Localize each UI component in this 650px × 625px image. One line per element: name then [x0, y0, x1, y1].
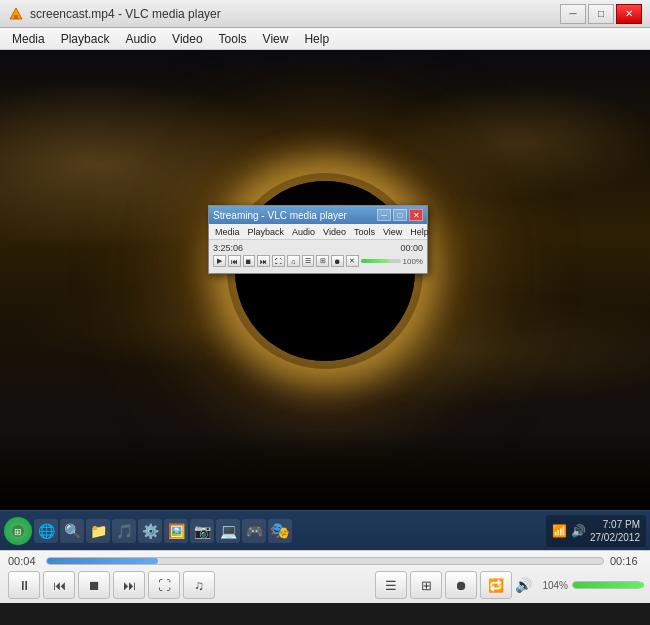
progress-fill: [47, 558, 158, 564]
title-bar-controls: ─ □ ✕: [560, 4, 642, 24]
loop-button[interactable]: 🔁: [480, 571, 512, 599]
taskbar-icon-8[interactable]: 💻: [216, 519, 240, 543]
mini-minimize-btn[interactable]: ─: [377, 209, 391, 221]
mini-window-title: Streaming - VLC media player: [213, 210, 347, 221]
playlist-button[interactable]: ☰: [375, 571, 407, 599]
volume-area: 🔊 104%: [515, 577, 642, 593]
mini-menu-playback[interactable]: Playback: [244, 227, 289, 237]
close-button[interactable]: ✕: [616, 4, 642, 24]
stop-button[interactable]: ⏹: [78, 571, 110, 599]
taskbar-icon-3[interactable]: 📁: [86, 519, 110, 543]
mini-next-btn[interactable]: ⏭: [257, 255, 270, 267]
window-title: screencast.mp4 - VLC media player: [30, 7, 221, 21]
taskbar-icon-2[interactable]: 🔍: [60, 519, 84, 543]
network-tray-icon[interactable]: 📶: [552, 524, 567, 538]
mini-player-content: 3:25:06 00:00 ▶ ⏮ ⏹ ⏭ ⛶ ♫ ☰ ⊞ ⏺ ✕ 100%: [209, 240, 427, 273]
taskbar: ⊞ 🌐 🔍 📁 🎵 ⚙️ 🖼️ 📷 💻 🎮 🎭 📶 🔊 7:07 PM 27/0…: [0, 510, 650, 550]
mini-title-controls: ─ □ ✕: [377, 209, 423, 221]
mini-time-total: 00:00: [400, 243, 423, 253]
time-total: 00:16: [610, 555, 642, 567]
mini-stop-btn[interactable]: ⏹: [243, 255, 256, 267]
mini-play-btn[interactable]: ▶: [213, 255, 226, 267]
start-button[interactable]: ⊞: [4, 517, 32, 545]
taskbar-icon-4[interactable]: 🎵: [112, 519, 136, 543]
ground-silhouette: [0, 430, 650, 510]
mini-btn6[interactable]: ♫: [287, 255, 300, 267]
mini-menu-video[interactable]: Video: [319, 227, 350, 237]
mini-menu-view[interactable]: View: [379, 227, 406, 237]
time-current: 00:04: [8, 555, 40, 567]
taskbar-icon-6[interactable]: 🖼️: [164, 519, 188, 543]
title-bar: screencast.mp4 - VLC media player ─ □ ✕: [0, 0, 650, 28]
mini-volume-pct: 100%: [403, 257, 423, 266]
taskbar-icon-7[interactable]: 📷: [190, 519, 214, 543]
mini-btn5[interactable]: ⛶: [272, 255, 285, 267]
svg-text:⊞: ⊞: [14, 527, 22, 537]
maximize-button[interactable]: □: [588, 4, 614, 24]
menu-view[interactable]: View: [255, 30, 297, 48]
video-area[interactable]: Streaming - VLC media player ─ □ ✕ Media…: [0, 50, 650, 510]
system-tray: 📶 🔊 7:07 PM 27/02/2012: [546, 515, 646, 547]
menu-bar: Media Playback Audio Video Tools View He…: [0, 28, 650, 50]
volume-pct: 104%: [536, 580, 568, 591]
mini-menu-help[interactable]: Help: [406, 227, 433, 237]
mini-volume-track[interactable]: [361, 259, 401, 263]
title-bar-left: screencast.mp4 - VLC media player: [8, 6, 221, 22]
volume-fill: [573, 582, 644, 588]
prev-button[interactable]: ⏮: [43, 571, 75, 599]
taskbar-icon-vlc[interactable]: 🎭: [268, 519, 292, 543]
controls-row: ⏸ ⏮ ⏹ ⏭ ⛶ ♫ ☰ ⊞ ⏺ 🔁 🔊 104%: [0, 569, 650, 603]
volume-track[interactable]: [572, 581, 642, 589]
volume-tray-icon[interactable]: 🔊: [571, 524, 586, 538]
mini-menu-bar: Media Playback Audio Video Tools View He…: [209, 224, 427, 240]
mini-close-btn[interactable]: ✕: [409, 209, 423, 221]
mini-btn10[interactable]: ✕: [346, 255, 359, 267]
fullscreen-button[interactable]: ⛶: [148, 571, 180, 599]
mini-volume: 100%: [361, 257, 423, 266]
progress-area: 00:04 00:16: [0, 551, 650, 569]
eq-button[interactable]: ♫: [183, 571, 215, 599]
taskbar-icon-5[interactable]: ⚙️: [138, 519, 162, 543]
mini-menu-tools[interactable]: Tools: [350, 227, 379, 237]
menu-help[interactable]: Help: [296, 30, 337, 48]
mini-controls: ▶ ⏮ ⏹ ⏭ ⛶ ♫ ☰ ⊞ ⏺ ✕ 100%: [213, 255, 423, 267]
tray-time: 7:07 PM: [590, 518, 640, 531]
taskbar-icon-1[interactable]: 🌐: [34, 519, 58, 543]
progress-bar[interactable]: [46, 557, 604, 565]
menu-tools[interactable]: Tools: [211, 30, 255, 48]
tray-clock: 7:07 PM 27/02/2012: [590, 518, 640, 544]
vlc-controls: 00:04 00:16 ⏸ ⏮ ⏹ ⏭ ⛶ ♫ ☰ ⊞ ⏺ 🔁 🔊 104%: [0, 550, 650, 603]
vlc-icon: [8, 6, 24, 22]
mini-time-current: 3:25:06: [213, 243, 243, 253]
mini-volume-fill: [361, 259, 389, 263]
tray-date: 27/02/2012: [590, 531, 640, 544]
svg-rect-1: [14, 15, 18, 19]
play-pause-button[interactable]: ⏸: [8, 571, 40, 599]
mini-maximize-btn[interactable]: □: [393, 209, 407, 221]
mini-prev-btn[interactable]: ⏮: [228, 255, 241, 267]
volume-icon[interactable]: 🔊: [515, 577, 532, 593]
menu-video[interactable]: Video: [164, 30, 210, 48]
menu-audio[interactable]: Audio: [117, 30, 164, 48]
mini-title-bar: Streaming - VLC media player ─ □ ✕: [209, 206, 427, 224]
mini-menu-media[interactable]: Media: [211, 227, 244, 237]
mini-vlc-window[interactable]: Streaming - VLC media player ─ □ ✕ Media…: [208, 205, 428, 274]
mini-menu-audio[interactable]: Audio: [288, 227, 319, 237]
taskbar-icon-steam[interactable]: 🎮: [242, 519, 266, 543]
menu-media[interactable]: Media: [4, 30, 53, 48]
mini-btn9[interactable]: ⏺: [331, 255, 344, 267]
mini-btn8[interactable]: ⊞: [316, 255, 329, 267]
next-button[interactable]: ⏭: [113, 571, 145, 599]
record-button[interactable]: ⏺: [445, 571, 477, 599]
mini-time-row: 3:25:06 00:00: [213, 243, 423, 253]
mini-btn7[interactable]: ☰: [302, 255, 315, 267]
media-info-button[interactable]: ⊞: [410, 571, 442, 599]
menu-playback[interactable]: Playback: [53, 30, 118, 48]
minimize-button[interactable]: ─: [560, 4, 586, 24]
